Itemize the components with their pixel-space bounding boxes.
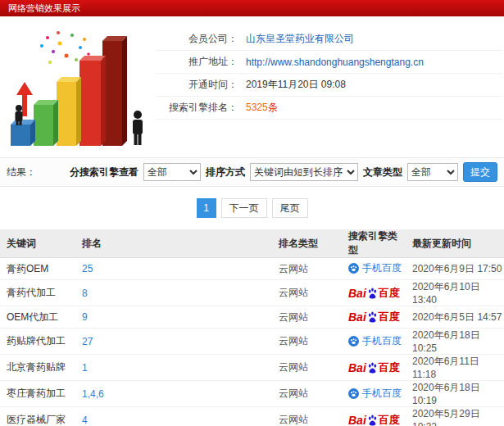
engine-type-cell: 手机百度 Bai 百度 [342, 355, 406, 381]
submit-button[interactable]: 提交 [463, 162, 497, 182]
engine-type-cell: 手机百度 Bai 百度 [342, 407, 406, 426]
baidu-paw-icon [367, 287, 378, 299]
rank-count-value: 5325条 [246, 101, 278, 115]
rank-cell: 9 [75, 306, 272, 329]
table-header-row: 关键词 排名 排名类型 搜索引擎类型 最新更新时间 [0, 229, 504, 258]
rank-cell: 8 [75, 280, 272, 306]
baidu-logo: Bai 百度 [348, 287, 400, 299]
rank-type-cell: 云网站 [272, 355, 342, 381]
engine-type-cell: 手机百度 Bai 百度 [342, 306, 406, 329]
mobile-baidu-logo: 手机百度 [348, 261, 402, 275]
engine-filter-label: 分搜索引擎查看 [70, 165, 138, 179]
title-bar: 网络营销效果展示 [0, 0, 504, 16]
rank-link[interactable]: 4 [82, 415, 88, 426]
engine-type-cell: 手机百度 Bai 百度 [342, 280, 406, 306]
rank-cell: 4 [75, 407, 272, 426]
company-link[interactable]: 山东皇圣堂药业有限公司 [246, 32, 354, 46]
rank-cell: 1 [75, 355, 272, 381]
promo-url-link[interactable]: http://www.shandonghuangshengtang.cn [246, 57, 424, 68]
results-table: 关键词 排名 排名类型 搜索引擎类型 最新更新时间 膏药OEM 25 云网站 手… [0, 229, 504, 426]
keyword-cell: OEM代加工 [0, 306, 75, 329]
baidu-wordmark: Bai [348, 288, 366, 299]
updated-cell: 2020年6月5日 14:57 [406, 306, 504, 329]
table-row: 膏药OEM 25 云网站 手机百度 Bai [0, 258, 504, 280]
baidu-paw-icon [367, 414, 378, 426]
col-rank-type: 排名类型 [272, 229, 342, 258]
col-engine-type: 搜索引擎类型 [342, 229, 406, 258]
bar-chart-illustration [0, 23, 156, 152]
info-row-open-time: 开通时间： 2019年11月20日 09:08 [156, 74, 502, 97]
filter-bar: 结果： 分搜索引擎查看 全部 排序方式 关键词由短到长排序 文章类型 全部 提交 [0, 157, 504, 187]
rank-link[interactable]: 8 [82, 288, 88, 299]
updated-cell: 2020年5月29日 10:32 [406, 407, 504, 426]
baidu-wordmark: Bai [348, 362, 366, 374]
info-row-rank-count: 搜索引擎排名： 5325条 [156, 97, 502, 120]
keyword-cell: 医疗器械厂家 [0, 407, 75, 426]
mobile-baidu-logo: 手机百度 [348, 387, 402, 401]
pagination: 1 下一页 尾页 [0, 198, 504, 218]
engine-type-cell: 手机百度 Bai 百度 [342, 381, 406, 407]
rank-cell: 27 [75, 329, 272, 355]
page-title: 网络营销效果展示 [8, 3, 80, 13]
engine-filter-select[interactable]: 全部 [143, 163, 201, 181]
info-row-company: 会员公司： 山东皇圣堂药业有限公司 [156, 28, 502, 51]
baidu-paw-icon [367, 361, 378, 374]
businessman-right [133, 111, 143, 145]
rank-link[interactable]: 9 [82, 311, 88, 323]
rank-type-cell: 云网站 [272, 258, 342, 280]
col-updated: 最新更新时间 [406, 229, 504, 258]
baidu-logo: Bai 百度 [348, 361, 400, 374]
baidu-paw-icon [367, 310, 378, 323]
rank-cell: 1,4,6 [75, 381, 272, 407]
sort-filter-select[interactable]: 关键词由短到长排序 [250, 163, 358, 181]
member-info: 会员公司： 山东皇圣堂药业有限公司 推广地址： http://www.shand… [156, 28, 502, 152]
results-table-body: 膏药OEM 25 云网站 手机百度 Bai [0, 258, 504, 426]
baidu-wordmark: Bai [348, 311, 366, 323]
keyword-cell: 枣庄膏药加工 [0, 381, 75, 407]
mobile-baidu-label: 手机百度 [362, 334, 402, 348]
company-label: 会员公司： [156, 32, 238, 46]
rank-type-cell: 云网站 [272, 329, 342, 355]
baidu-wordmark: Bai [348, 415, 366, 426]
baidu-cn-label: 百度 [379, 415, 400, 426]
table-row: 北京膏药贴牌 1 云网站 手机百度 Bai [0, 355, 504, 381]
mobile-baidu-logo: 手机百度 [348, 334, 402, 348]
promo-url-label: 推广地址： [156, 55, 238, 69]
open-time-value: 2019年11月20日 09:08 [246, 78, 346, 92]
rank-link[interactable]: 1,4,6 [82, 388, 104, 400]
rank-link[interactable]: 1 [82, 362, 88, 374]
rank-type-cell: 云网站 [272, 306, 342, 329]
mobile-baidu-paw-icon [348, 263, 359, 274]
open-time-label: 开通时间： [156, 78, 238, 92]
keyword-cell: 北京膏药贴牌 [0, 355, 75, 381]
table-row: 膏药代加工 8 云网站 手机百度 Bai [0, 280, 504, 306]
rank-link[interactable]: 25 [82, 263, 93, 274]
last-page-button[interactable]: 尾页 [272, 198, 308, 218]
rank-type-cell: 云网站 [272, 381, 342, 407]
result-label: 结果： [7, 165, 36, 179]
info-row-url: 推广地址： http://www.shandonghuangshengtang.… [156, 51, 502, 74]
rank-count-number: 5325 [246, 102, 268, 113]
bar-chart-graphic [2, 23, 154, 152]
baidu-logo: Bai 百度 [348, 414, 400, 426]
page-number-current[interactable]: 1 [197, 198, 216, 218]
updated-cell: 2020年6月9日 17:50 [406, 258, 504, 280]
rank-count-suffix: 条 [268, 102, 278, 113]
updated-cell: 2020年6月18日 10:19 [406, 381, 504, 407]
keyword-cell: 药贴牌代加工 [0, 329, 75, 355]
engine-type-cell: 手机百度 Bai 百度 [342, 258, 406, 280]
rank-link[interactable]: 27 [82, 336, 93, 347]
info-section: 会员公司： 山东皇圣堂药业有限公司 推广地址： http://www.shand… [0, 16, 504, 157]
baidu-logo: Bai 百度 [348, 310, 400, 323]
updated-cell: 2020年6月10日 13:40 [406, 280, 504, 306]
col-rank: 排名 [75, 229, 272, 258]
mobile-baidu-paw-icon [348, 388, 359, 399]
baidu-cn-label: 百度 [379, 311, 400, 323]
updated-cell: 2020年6月11日 11:18 [406, 355, 504, 381]
next-page-button[interactable]: 下一页 [221, 198, 267, 218]
filter-controls: 分搜索引擎查看 全部 排序方式 关键词由短到长排序 文章类型 全部 提交 [70, 162, 497, 182]
rank-count-label: 搜索引擎排名： [156, 101, 238, 115]
keyword-cell: 膏药代加工 [0, 280, 75, 306]
rank-cell: 25 [75, 258, 272, 280]
article-type-select[interactable]: 全部 [407, 163, 458, 181]
